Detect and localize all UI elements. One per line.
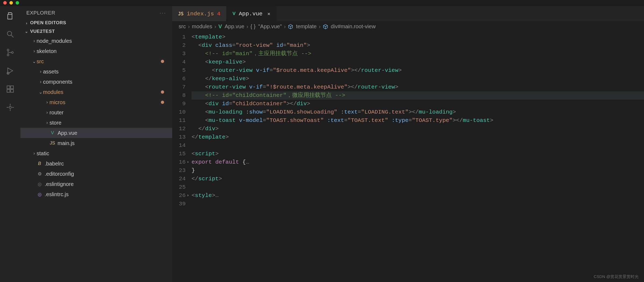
tree-item-label: store <box>49 120 164 126</box>
code-line[interactable]: <script> <box>192 150 644 158</box>
code-line[interactable]: } <box>192 166 644 175</box>
code-area[interactable]: 123456789101112131415162324252639 <templ… <box>172 32 644 282</box>
gitlens-icon[interactable] <box>5 102 16 113</box>
code-line[interactable]: <!-- id="main"，主应用挂载节点 --> <box>192 50 644 58</box>
tree-item[interactable]: ⚙.editorconfig <box>20 169 172 179</box>
tree-item-label: App.vue <box>58 130 164 136</box>
code-line[interactable]: <mu-loading :show="LOADING.showLoading" … <box>192 108 644 116</box>
code-line[interactable]: </template> <box>192 133 644 141</box>
code-line[interactable]: <keep-alive> <box>192 58 644 66</box>
editor-tab[interactable]: VApp.vue✕ <box>227 6 276 21</box>
chevron-right-icon: › <box>45 110 49 115</box>
editor-area: JSindex.js4VApp.vue✕ src›modules›VApp.vu… <box>172 6 644 282</box>
svg-rect-7 <box>7 89 10 92</box>
tree-item[interactable]: ◎.eslintrc.js <box>20 189 172 199</box>
maximize-window-button[interactable] <box>16 1 19 5</box>
tree-item[interactable]: ›node_modules <box>20 36 172 46</box>
svg-rect-5 <box>7 86 10 89</box>
code-line[interactable] <box>192 141 644 150</box>
tree-item[interactable]: ◎.eslintignore <box>20 179 172 189</box>
code-line[interactable] <box>192 183 644 191</box>
chevron-right-icon: › <box>319 23 321 30</box>
minimize-window-button[interactable] <box>9 1 13 5</box>
project-label: VUE2TEST <box>30 29 55 34</box>
breadcrumb-item[interactable]: modules <box>192 23 212 30</box>
chevron-right-icon: › <box>188 23 190 30</box>
tree-item[interactable]: VApp.vue <box>20 128 172 138</box>
tree-item[interactable]: B.babelrc <box>20 158 172 169</box>
code-line[interactable]: <mu-toast v-model="TOAST.showToast" :tex… <box>192 116 644 125</box>
fold-icon[interactable]: › <box>187 158 189 166</box>
breadcrumb-item[interactable]: template <box>288 23 317 30</box>
breadcrumb-label: div#main.root-view <box>331 23 376 30</box>
code-line[interactable]: <template> <box>192 33 644 41</box>
line-number-gutter: 123456789101112131415162324252639 <box>172 32 192 282</box>
activity-bar <box>0 6 20 282</box>
tree-item[interactable]: ›static <box>20 148 172 158</box>
sidebar-more-icon[interactable]: ··· <box>160 10 166 16</box>
run-debug-icon[interactable] <box>5 65 16 76</box>
file-icon: ◎ <box>37 192 43 197</box>
code-line[interactable] <box>192 200 644 208</box>
tree-item[interactable]: JSmain.js <box>20 138 172 148</box>
tree-item[interactable]: ›micros <box>20 97 172 107</box>
file-icon: JS <box>178 11 183 16</box>
chevron-right-icon: › <box>246 23 248 30</box>
tree-item-label: static <box>37 150 164 157</box>
code-line[interactable]: </div> <box>192 125 644 133</box>
tab-label: App.vue <box>239 11 263 17</box>
chevron-right-icon: › <box>38 69 43 74</box>
code-line[interactable]: <router-view v-if="$route.meta.keepAlive… <box>192 66 644 75</box>
tree-item[interactable]: ⌄modules <box>20 87 172 97</box>
breadcrumb-item[interactable]: VApp.vue <box>218 23 245 30</box>
tree-item-label: node_modules <box>37 38 164 44</box>
tree-item[interactable]: ›skeleton <box>20 46 172 56</box>
code-line[interactable]: <div id="childContainer"></div> <box>192 100 644 108</box>
file-icon: JS <box>49 140 55 146</box>
code-line[interactable]: <div class="root-view" id="main"> <box>192 41 644 50</box>
chevron-right-icon: › <box>45 120 49 125</box>
line-number: 7 <box>172 83 186 91</box>
svg-point-0 <box>7 31 12 36</box>
line-number: 10 <box>172 108 186 116</box>
tree-item[interactable]: ›store <box>20 118 172 128</box>
breadcrumb-item[interactable]: { }"App.vue" <box>250 23 282 30</box>
project-section[interactable]: ⌄ VUE2TEST <box>20 27 172 36</box>
code-line[interactable]: </keep-alive> <box>192 75 644 83</box>
svg-point-1 <box>7 49 9 51</box>
code-content[interactable]: <template> <div class="root-view" id="ma… <box>192 32 644 282</box>
code-line[interactable]: ›export default {… <box>192 158 644 166</box>
tree-item[interactable]: ›components <box>20 77 172 87</box>
line-number: 9 <box>172 100 186 108</box>
close-icon[interactable]: ✕ <box>267 11 270 17</box>
line-number: 14 <box>172 141 186 150</box>
breadcrumb-label: "App.vue" <box>258 23 282 30</box>
breadcrumb: src›modules›VApp.vue›{ }"App.vue"›templa… <box>172 21 644 32</box>
breadcrumb-item[interactable]: div#main.root-view <box>323 23 376 30</box>
tree-item[interactable]: ⌄src <box>20 56 172 66</box>
code-line[interactable]: <router-view v-if="!$route.meta.keepAliv… <box>192 83 644 91</box>
search-icon[interactable] <box>5 29 16 40</box>
file-tree: ›node_modules›skeleton⌄src›assets›compon… <box>20 36 172 199</box>
line-number: 8 <box>172 91 186 100</box>
tree-item[interactable]: ›router <box>20 107 172 118</box>
code-line[interactable]: <!-- id="childContainer"，微应用挂载节点 --> <box>192 91 644 100</box>
close-window-button[interactable] <box>3 1 7 5</box>
code-line[interactable]: ›<style>… <box>192 191 644 200</box>
editor-tab[interactable]: JSindex.js4 <box>172 6 227 21</box>
open-editors-section[interactable]: › OPEN EDITORS <box>20 19 172 27</box>
line-number: 23 <box>172 166 186 175</box>
file-icon: ◎ <box>37 181 43 187</box>
extensions-icon[interactable] <box>5 84 16 94</box>
explorer-icon[interactable] <box>5 10 16 21</box>
chevron-down-icon: ⌄ <box>24 29 29 34</box>
chevron-down-icon: ⌄ <box>38 89 43 95</box>
file-icon: B <box>37 161 43 166</box>
tree-item[interactable]: ›assets <box>20 66 172 77</box>
breadcrumb-item[interactable]: src <box>179 23 186 30</box>
breadcrumb-label: src <box>179 23 186 30</box>
chevron-right-icon: › <box>32 151 37 156</box>
code-line[interactable]: </script> <box>192 175 644 183</box>
source-control-icon[interactable] <box>5 47 16 58</box>
fold-icon[interactable]: › <box>187 191 189 200</box>
